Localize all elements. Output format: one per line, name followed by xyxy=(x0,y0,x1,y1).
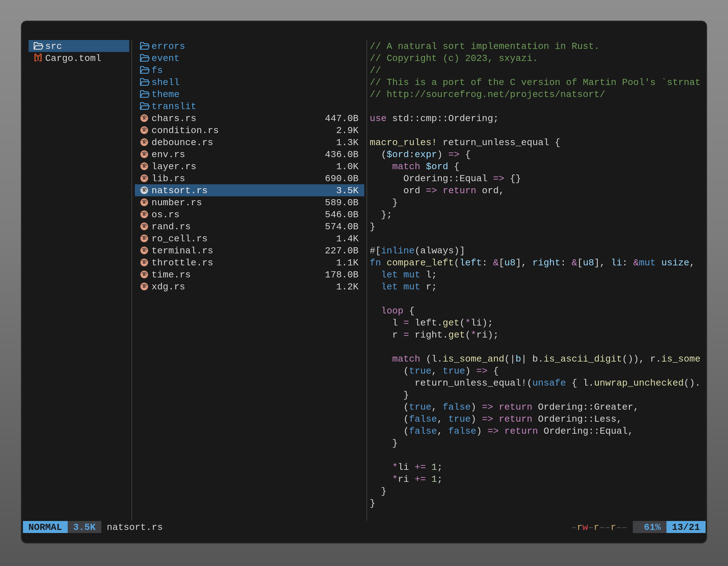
svg-text:R: R xyxy=(143,260,146,266)
svg-text:R: R xyxy=(143,224,146,229)
svg-text:R: R xyxy=(143,200,146,205)
svg-text:R: R xyxy=(143,164,146,169)
svg-text:R: R xyxy=(143,236,146,241)
svg-text:R: R xyxy=(143,140,146,145)
svg-text:R: R xyxy=(143,272,146,278)
svg-text:R: R xyxy=(143,128,146,133)
svg-text:R: R xyxy=(143,152,146,157)
svg-text:R: R xyxy=(143,212,146,217)
svg-text:R: R xyxy=(143,248,146,254)
svg-text:R: R xyxy=(143,284,146,289)
svg-text:R: R xyxy=(143,188,146,193)
svg-text:R: R xyxy=(143,116,146,121)
svg-text:R: R xyxy=(143,176,146,181)
